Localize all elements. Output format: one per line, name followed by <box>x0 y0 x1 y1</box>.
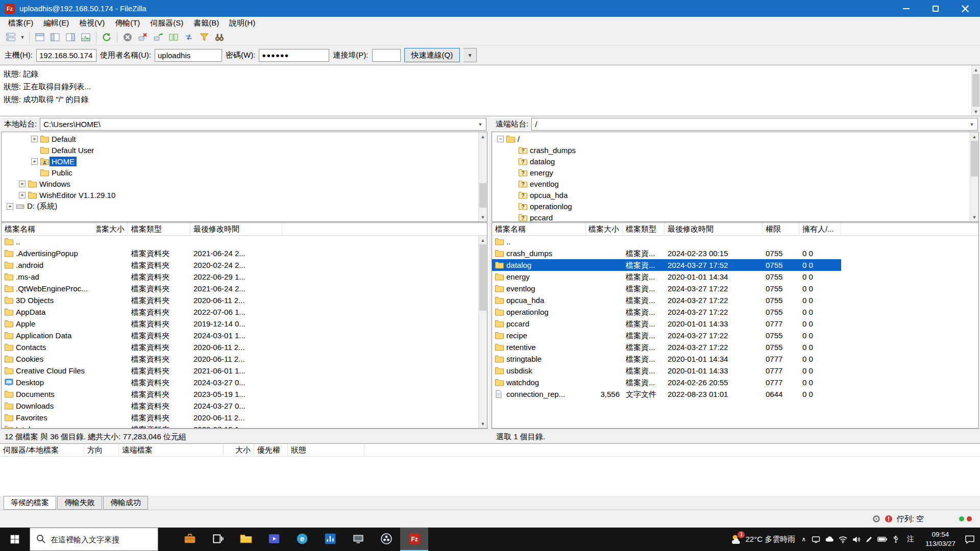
taskbar-stocks[interactable] <box>316 528 344 551</box>
local-file-row[interactable]: .. <box>2 236 282 247</box>
taskbar-edge[interactable]: e <box>288 528 316 551</box>
local-tree-item[interactable]: Default User <box>2 144 487 156</box>
column-header[interactable]: 檔案大小 <box>96 223 128 235</box>
ime-indicator[interactable]: 注 <box>905 535 916 544</box>
search-input[interactable] <box>51 535 145 544</box>
minimize-button[interactable] <box>891 0 921 17</box>
weather-widget[interactable]: 1 22°C 多雲時雨 <box>730 533 795 546</box>
queue-tab[interactable]: 傳輸成功 <box>103 496 148 510</box>
display-icon[interactable] <box>812 535 820 544</box>
host-input[interactable] <box>36 49 96 62</box>
onedrive-icon[interactable] <box>825 536 834 543</box>
quickconnect-dropdown-button[interactable]: ▼ <box>463 48 477 62</box>
local-tree-item[interactable]: +WishEditor V1.1.29.10 <box>2 189 487 201</box>
remote-tree-item[interactable]: ?energy <box>492 167 978 178</box>
usb-icon[interactable] <box>892 535 900 543</box>
local-tree-item[interactable]: +Default <box>2 133 487 144</box>
queue-column-header[interactable]: 狀態 <box>288 444 364 456</box>
column-header[interactable]: 最後修改時間 <box>665 223 763 235</box>
expand-icon[interactable]: + <box>31 136 38 142</box>
queue-column-header[interactable]: 方向 <box>84 444 119 456</box>
remote-tree-item[interactable]: −/ <box>492 133 978 144</box>
column-header[interactable]: 檔案類型 <box>623 223 665 235</box>
local-file-row[interactable]: Favorites檔案資料夾2020-06-11 2... <box>2 412 282 423</box>
remote-tree-item[interactable]: ?opcua_hda <box>492 189 978 201</box>
chevron-down-icon[interactable]: ▼ <box>966 122 977 127</box>
column-header[interactable]: 檔案名稱 <box>2 223 96 235</box>
local-file-row[interactable]: Creative Cloud Files檔案資料夾2021-06-01 1... <box>2 365 282 377</box>
remote-file-row[interactable]: stringtable檔案資...2020-01-01 14:3407770 0 <box>492 353 841 365</box>
toggle-message-log-button[interactable] <box>32 31 47 44</box>
close-button[interactable]: × <box>950 0 980 17</box>
action-center-icon[interactable] <box>965 535 975 544</box>
local-tree-scrollbar[interactable]: ▲ ▼ <box>478 132 487 221</box>
site-manager-button[interactable] <box>3 31 18 44</box>
alert-icon[interactable] <box>885 515 893 523</box>
local-file-row[interactable]: .AdvertisingPopup檔案資料夾2021-06-24 2... <box>2 247 282 259</box>
scroll-thumb[interactable] <box>971 141 978 177</box>
taskbar-file-explorer[interactable] <box>232 528 260 551</box>
taskbar-obs[interactable] <box>372 528 400 551</box>
scroll-thumb[interactable] <box>479 244 486 311</box>
local-file-row[interactable]: Apple檔案資料夾2019-12-14 0... <box>2 318 282 330</box>
column-header[interactable]: 權限 <box>763 223 799 235</box>
local-file-row[interactable]: Application Data檔案資料夾2024-03-01 1... <box>2 330 282 341</box>
menu-view[interactable]: 檢視(V) <box>74 17 110 30</box>
toggle-local-tree-button[interactable] <box>47 31 63 44</box>
column-header[interactable]: 檔案名稱 <box>492 223 586 235</box>
remote-tree-item[interactable]: ?pccard <box>492 212 978 222</box>
toggle-remote-tree-button[interactable] <box>63 31 78 44</box>
remote-file-row[interactable]: pccard檔案資...2020-01-01 14:3307770 0 <box>492 318 841 330</box>
start-button[interactable] <box>0 528 30 551</box>
site-manager-dropdown-button[interactable]: ▼ <box>18 31 27 44</box>
network-icon[interactable] <box>839 536 847 543</box>
scroll-up-icon[interactable]: ▲ <box>479 132 487 141</box>
menu-edit[interactable]: 編輯(E) <box>38 17 74 30</box>
scroll-down-icon[interactable]: ▼ <box>479 419 487 428</box>
remote-file-row[interactable]: connection_rep...3,556文字文件2022-08-23 01:… <box>492 388 841 400</box>
local-tree-item[interactable]: +D: (系統) <box>2 201 487 212</box>
local-file-row[interactable]: Desktop檔案資料夾2024-03-27 0... <box>2 377 282 388</box>
expand-icon[interactable]: + <box>19 181 26 187</box>
local-file-row[interactable]: Intel檔案資料夾2020-07-15 1... <box>2 423 282 429</box>
cancel-button[interactable] <box>120 31 135 44</box>
menu-bookmarks[interactable]: 書籤(B) <box>188 17 224 30</box>
remote-file-row[interactable]: watchdog檔案資...2024-02-26 20:5507770 0 <box>492 377 841 388</box>
remote-tree-item[interactable]: ?operationlog <box>492 201 978 212</box>
local-file-row[interactable]: 3D Objects檔案資料夾2020-06-11 2... <box>2 294 282 306</box>
menu-help[interactable]: 說明(H) <box>224 17 260 30</box>
scroll-down-icon[interactable]: ▼ <box>479 213 487 221</box>
queue-column-header[interactable]: 優先權 <box>254 444 288 456</box>
username-input[interactable] <box>155 49 222 62</box>
collapse-icon[interactable]: − <box>497 136 504 142</box>
taskbar-remote-desktop[interactable] <box>344 528 372 551</box>
port-input[interactable] <box>372 49 401 62</box>
local-file-row[interactable]: .ms-ad檔案資料夾2022-06-29 1... <box>2 271 282 283</box>
scroll-thumb[interactable] <box>972 74 979 107</box>
taskbar-briefcase[interactable] <box>176 528 204 551</box>
quickconnect-button[interactable]: 快速連線(Q) <box>404 48 460 62</box>
taskbar-search[interactable] <box>30 528 158 551</box>
hidden-icons-chevron[interactable]: ∧ <box>800 536 807 543</box>
remote-file-row[interactable]: operationlog檔案資...2024-03-27 17:2207550 … <box>492 306 841 318</box>
filter-button[interactable] <box>197 31 212 44</box>
find-button[interactable] <box>212 31 227 44</box>
local-path-combobox[interactable]: C:\Users\HOME\ ▼ <box>40 118 486 131</box>
queue-tab[interactable]: 等候的檔案 <box>4 496 56 510</box>
local-list-scrollbar[interactable]: ▲ ▼ <box>478 236 487 428</box>
local-file-row[interactable]: .QtWebEngineProc...檔案資料夾2021-06-24 2... <box>2 283 282 294</box>
toggle-queue-button[interactable] <box>78 31 93 44</box>
pen-icon[interactable] <box>865 536 873 543</box>
remote-tree-scrollbar[interactable]: ▲ ▼ <box>970 132 978 221</box>
scroll-up-icon[interactable]: ▲ <box>972 65 980 74</box>
remote-tree-item[interactable]: ?eventlog <box>492 178 978 189</box>
remote-file-row[interactable]: recipe檔案資...2024-03-27 17:2207550 0 <box>492 330 841 341</box>
local-tree-item[interactable]: +HOME <box>2 156 487 167</box>
scroll-up-icon[interactable]: ▲ <box>970 132 978 141</box>
log-scrollbar[interactable]: ▲ ▼ <box>971 65 980 116</box>
remote-file-row[interactable]: retentive檔案資...2024-03-27 17:2207550 0 <box>492 341 841 353</box>
remote-tree-item[interactable]: ?datalog <box>492 156 978 167</box>
menu-transfer[interactable]: 傳輸(T) <box>110 17 145 30</box>
scroll-down-icon[interactable]: ▼ <box>972 107 980 116</box>
menu-file[interactable]: 檔案(F) <box>3 17 38 30</box>
